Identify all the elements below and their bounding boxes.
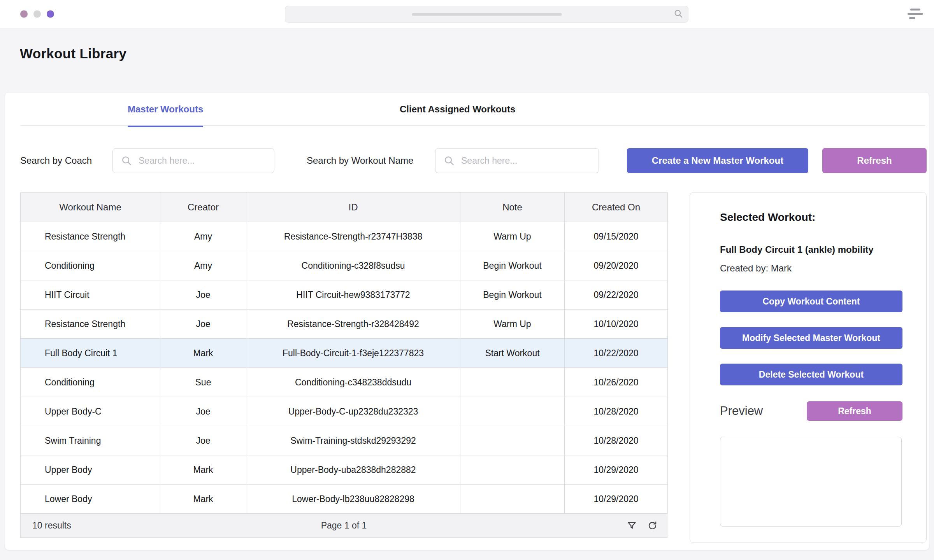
column-header-note: Note (460, 192, 565, 222)
cell-created: 10/10/2020 (565, 310, 668, 339)
cell-name: HIIT Circuit (21, 280, 160, 310)
cell-name: Full Body Circuit 1 (21, 339, 160, 368)
window-titlebar (0, 0, 934, 28)
cell-note (460, 485, 565, 514)
window-dot-close[interactable] (20, 10, 28, 18)
cell-id: Swim-Training-stdskd29293292 (246, 426, 460, 455)
cell-created: 10/29/2020 (565, 485, 668, 514)
page-indicator: Page 1 of 1 (321, 520, 367, 531)
reload-icon[interactable] (647, 520, 658, 531)
preview-box (720, 437, 902, 527)
window-dot-maximize[interactable] (47, 10, 54, 18)
modify-selected-master-workout-button[interactable]: Modify Selected Master Workout (720, 327, 902, 349)
refresh-button[interactable]: Refresh (822, 148, 927, 173)
cell-name: Conditioning (21, 251, 160, 280)
cell-name: Upper Body (21, 455, 160, 485)
cell-creator: Joe (160, 397, 246, 426)
menu-bar (908, 13, 923, 15)
cell-id: Upper-Body-C-up2328du232323 (246, 397, 460, 426)
tab-label: Master Workouts (128, 104, 203, 115)
table-row[interactable]: Resistance StrengthAmyResistance-Strengt… (21, 222, 668, 251)
table-row[interactable]: Upper Body-CJoeUpper-Body-C-up2328du2323… (21, 397, 668, 426)
column-header-creator: Creator (160, 192, 246, 222)
cell-id: Conditioning-c328f8sudsu (246, 251, 460, 280)
coach-search-input[interactable] (138, 149, 270, 173)
window-dot-minimize[interactable] (33, 10, 41, 18)
workout-name-search-input[interactable] (460, 149, 595, 173)
address-placeholder-line (412, 13, 562, 16)
cell-note: Warm Up (460, 310, 565, 339)
create-master-workout-button[interactable]: Create a New Master Workout (627, 148, 808, 173)
table-row[interactable]: Resistance StrengthJoeResistance-Strengt… (21, 310, 668, 339)
cell-creator: Mark (160, 485, 246, 514)
column-header-created-on: Created On (565, 192, 668, 222)
cell-created: 10/29/2020 (565, 455, 668, 485)
cell-id: HIIT Circuit-hew9383173772 (246, 280, 460, 310)
cell-id: Full-Body-Circuit-1-f3eje122377823 (246, 339, 460, 368)
cell-created: 09/20/2020 (565, 251, 668, 280)
workouts-table: Workout NameCreatorIDNoteCreated On Resi… (20, 192, 667, 538)
tab-label: Client Assigned Workouts (400, 104, 515, 115)
cell-note (460, 455, 565, 485)
column-header-id: ID (246, 192, 460, 222)
column-header-workout-name: Workout Name (21, 192, 160, 222)
table-row[interactable]: ConditioningAmyConditioning-c328f8sudsuB… (21, 251, 668, 280)
cell-note: Start Workout (460, 339, 565, 368)
cell-name: Resistance Strength (21, 310, 160, 339)
panel-actions: Copy Workout ContentModify Selected Mast… (720, 290, 902, 385)
cell-creator: Amy (160, 222, 246, 251)
table-header-row: Workout NameCreatorIDNoteCreated On (21, 192, 668, 222)
tab-master-workouts[interactable]: Master Workouts (128, 93, 203, 126)
preview-refresh-button[interactable]: Refresh (807, 401, 902, 421)
cell-creator: Mark (160, 339, 246, 368)
coach-search-box (112, 148, 274, 173)
tabs-row: Master Workouts Client Assigned Workouts (20, 93, 925, 126)
cell-note: Begin Workout (460, 251, 565, 280)
table-row[interactable]: Lower BodyMarkLower-Body-lb238uu82828298… (21, 485, 668, 514)
cell-note (460, 426, 565, 455)
tab-client-assigned-workouts[interactable]: Client Assigned Workouts (400, 93, 515, 126)
table-row[interactable]: Swim TrainingJoeSwim-Training-stdskd2929… (21, 426, 668, 455)
cell-creator: Sue (160, 368, 246, 397)
cell-name: Conditioning (21, 368, 160, 397)
cell-id: Upper-Body-uba2838dh282882 (246, 455, 460, 485)
cell-id: Resistance-Strength-r23747H3838 (246, 222, 460, 251)
created-by: Created by: Mark (720, 263, 792, 274)
selected-workout-panel: Selected Workout: Full Body Circuit 1 (a… (690, 192, 927, 543)
table-row[interactable]: Upper BodyMarkUpper-Body-uba2838dh282882… (21, 455, 668, 485)
cell-id: Lower-Body-lb238uu82828298 (246, 485, 460, 514)
cell-creator: Joe (160, 280, 246, 310)
created-by-label: Created by: (720, 263, 768, 273)
cell-name: Upper Body-C (21, 397, 160, 426)
search-icon (673, 9, 683, 20)
address-search-bar[interactable] (285, 6, 688, 23)
menu-icon[interactable] (907, 9, 924, 19)
table-row[interactable]: Full Body Circuit 1MarkFull-Body-Circuit… (21, 339, 668, 368)
cell-note: Begin Workout (460, 280, 565, 310)
cell-created: 09/15/2020 (565, 222, 668, 251)
cell-created: 10/26/2020 (565, 368, 668, 397)
window-controls (20, 10, 54, 18)
cell-creator: Joe (160, 426, 246, 455)
preview-label: Preview (720, 401, 763, 421)
filter-icon[interactable] (627, 520, 637, 531)
copy-workout-content-button[interactable]: Copy Workout Content (720, 290, 902, 312)
main-card: Master Workouts Client Assigned Workouts… (5, 92, 929, 550)
cell-created: 10/28/2020 (565, 397, 668, 426)
table-footer: 10 results Page 1 of 1 (20, 514, 667, 538)
cell-creator: Mark (160, 455, 246, 485)
search-icon (121, 155, 132, 166)
search-by-workout-name-label: Search by Workout Name (307, 148, 413, 173)
selected-workout-name: Full Body Circuit 1 (ankle) mobility (720, 244, 874, 255)
cell-creator: Joe (160, 310, 246, 339)
cell-note: Warm Up (460, 222, 565, 251)
selected-workout-heading: Selected Workout: (720, 211, 815, 224)
cell-created: 09/22/2020 (565, 280, 668, 310)
cell-name: Resistance Strength (21, 222, 160, 251)
workout-name-search-box (435, 148, 599, 173)
table-row[interactable]: ConditioningSueConditioning-c348238ddsud… (21, 368, 668, 397)
delete-selected-workout-button[interactable]: Delete Selected Workout (720, 364, 902, 385)
table-row[interactable]: HIIT CircuitJoeHIIT Circuit-hew938317377… (21, 280, 668, 310)
menu-bar (909, 17, 915, 19)
cell-name: Swim Training (21, 426, 160, 455)
